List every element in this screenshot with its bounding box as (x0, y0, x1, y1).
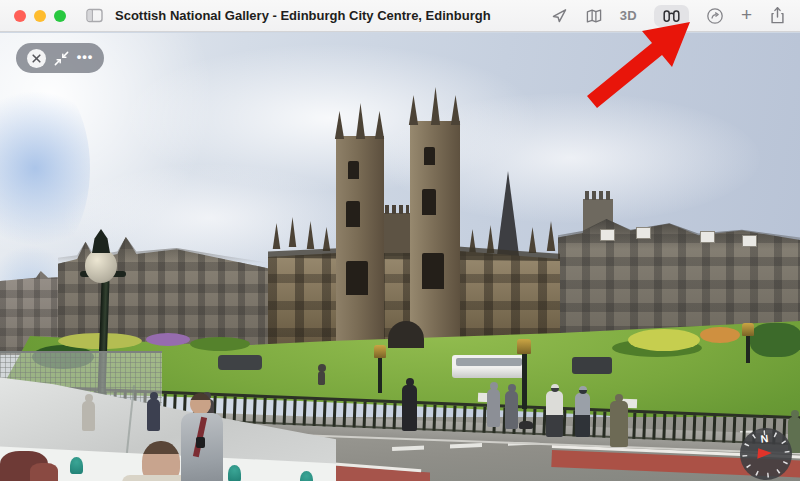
look-around-controls: ••• (16, 43, 104, 73)
compass[interactable]: N (738, 426, 794, 481)
pedestrian (487, 389, 500, 427)
flower-bed-purple (146, 333, 190, 346)
window-title: Scottish National Gallery - Edinburgh Ci… (115, 8, 491, 23)
pedestrian (402, 385, 417, 431)
add-icon[interactable]: + (741, 5, 752, 24)
small-lamp-post (746, 333, 750, 363)
tower-left (336, 136, 384, 348)
close-window-button[interactable] (14, 10, 26, 22)
dormer-window (600, 229, 615, 241)
phone (196, 437, 205, 448)
dormer-window (742, 235, 757, 247)
small-lamp-post (378, 355, 382, 393)
center-bay-chimneys (384, 213, 410, 253)
titlebar: Scottish National Gallery - Edinburgh Ci… (0, 0, 800, 32)
van-windows (456, 358, 522, 366)
look-around-more-button[interactable]: ••• (77, 50, 94, 63)
center-chimney-pots (385, 205, 409, 214)
pedestrian (505, 391, 518, 429)
right-hedge (750, 323, 800, 357)
dormer-window (700, 231, 715, 243)
look-around-close-button[interactable] (27, 49, 46, 68)
map-icon[interactable] (585, 8, 603, 24)
orange-bush (700, 327, 740, 343)
compass-north-label: N (760, 432, 769, 445)
dog (519, 421, 533, 429)
dark-van (572, 357, 612, 374)
tower-window (346, 261, 368, 295)
close-icon (32, 54, 41, 63)
look-around-shrink-button[interactable] (53, 50, 70, 67)
pedestrian (575, 393, 590, 437)
maps-window: Scottish National Gallery - Edinburgh Ci… (0, 0, 800, 481)
minimize-window-button[interactable] (34, 10, 46, 22)
banner-logo (300, 471, 313, 481)
flower-bed-green (190, 337, 250, 351)
banner-logo (70, 457, 83, 474)
zoom-window-button[interactable] (54, 10, 66, 22)
shrink-icon (53, 50, 70, 67)
street-lamp-globe (85, 249, 117, 283)
yellow-bush (628, 329, 700, 351)
dormer-window (636, 227, 651, 239)
tower-window (422, 253, 444, 289)
tower-window (346, 201, 360, 227)
binoculars-icon (662, 8, 681, 24)
binoculars-look-around-button[interactable] (654, 5, 689, 27)
tower-window (348, 161, 359, 179)
right-chimney-pots (585, 191, 611, 200)
tower-window (424, 147, 435, 165)
dark-car (218, 355, 262, 370)
look-around-viewport[interactable]: ••• N (0, 33, 800, 481)
navigate-icon[interactable] (551, 7, 568, 24)
small-lamp-head (742, 323, 754, 336)
tower-window (422, 189, 436, 215)
3d-view-button[interactable]: 3D (620, 8, 637, 23)
small-lamp-head (374, 345, 386, 358)
toolbar-icons: 3D + (551, 5, 786, 27)
pedestrian (546, 391, 563, 437)
share-icon[interactable] (769, 6, 786, 25)
banner-logo (228, 465, 241, 481)
corner-person-blob (30, 463, 58, 481)
pedestrian (610, 401, 628, 447)
sidebar-toggle-icon[interactable] (86, 8, 103, 23)
small-lamp-head (517, 339, 531, 354)
tower-right (410, 121, 460, 348)
small-lamp-post (522, 351, 527, 409)
pedestrian (318, 371, 325, 385)
pedestrian (82, 401, 95, 431)
foreground-person-head (190, 393, 211, 415)
pedestrian (147, 399, 160, 431)
directions-icon[interactable] (706, 7, 724, 25)
